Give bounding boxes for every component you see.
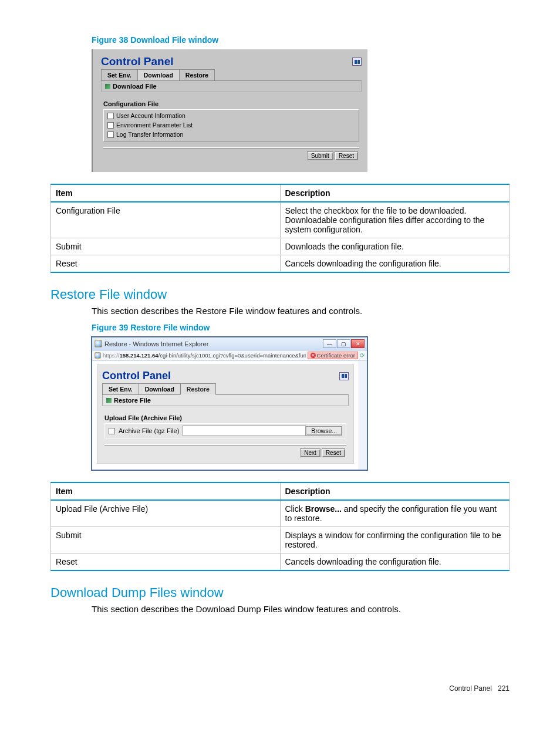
- table-row: Submit Downloads the configuration file.: [51, 238, 510, 255]
- refresh-icon[interactable]: ⟳: [360, 352, 365, 359]
- figure-38-screenshot: Control Panel Set Env. Download Restore …: [92, 49, 510, 172]
- archive-file-label: Archive File (tgz File): [119, 427, 179, 434]
- maximize-button[interactable]: ▢: [337, 339, 350, 348]
- next-button[interactable]: Next: [300, 448, 321, 457]
- tab-download[interactable]: Download: [137, 69, 180, 81]
- cell-desc: Click Browse... and specify the configur…: [280, 500, 510, 527]
- page-footer: Control Panel 221: [50, 684, 510, 693]
- url-path: /cgi-bin/utility/sjc1001.cgi?cvflg=0&use…: [158, 352, 306, 359]
- reset-button[interactable]: Reset: [322, 448, 345, 457]
- ie-icon: [95, 340, 102, 347]
- window-title: Restore - Windows Internet Explorer: [104, 340, 208, 347]
- table-restore-file: Item Description Upload File (Archive Fi…: [50, 482, 510, 571]
- cell-desc: Select the checkbox for the file to be d…: [280, 202, 510, 238]
- cell-desc: Cancels downloading the configuration fi…: [280, 553, 510, 571]
- submit-button[interactable]: Submit: [307, 151, 333, 160]
- tab-restore[interactable]: Restore: [179, 69, 215, 81]
- tab-set-env[interactable]: Set Env.: [101, 69, 138, 81]
- page-icon: [95, 352, 101, 359]
- url-host: 158.214.121.64: [120, 352, 158, 359]
- cell-desc: Downloads the configuration file.: [280, 238, 510, 255]
- table-row: Submit Displays a window for confirming …: [51, 527, 510, 553]
- close-button[interactable]: ✕: [351, 339, 365, 348]
- intro-download-dump: This section describes the Download Dump…: [92, 604, 510, 614]
- footer-section: Control Panel: [449, 684, 492, 693]
- th-item: Item: [51, 482, 281, 500]
- scrollbar[interactable]: [359, 361, 367, 470]
- heading-restore-file: Restore File window: [50, 287, 510, 302]
- table-row: Upload File (Archive File) Click Browse.…: [51, 500, 510, 527]
- cert-error-label: Certificate error: [317, 352, 355, 359]
- cell-desc: Cancels downloading the configuration fi…: [280, 255, 510, 273]
- current-tab-label: Restore File: [114, 397, 151, 404]
- table-row: Reset Cancels downloading the configurat…: [51, 255, 510, 273]
- cell-item: Submit: [51, 238, 281, 255]
- th-description: Description: [280, 184, 510, 202]
- cell-desc: Displays a window for confirming the con…: [280, 527, 510, 553]
- figure-38-caption: Figure 38 Download File window: [92, 35, 510, 45]
- figure-39-caption: Figure 39 Restore File window: [92, 323, 510, 332]
- th-item: Item: [51, 184, 281, 202]
- cell-item: Configuration File: [51, 202, 281, 238]
- tabs: Set Env. Download Restore: [101, 69, 362, 81]
- cell-item: Reset: [51, 553, 281, 571]
- upload-file-group-title: Upload File (Archive File): [104, 414, 346, 421]
- help-icon[interactable]: [339, 372, 349, 380]
- certificate-error-badge[interactable]: ✕Certificate error: [308, 352, 358, 359]
- minimize-button[interactable]: —: [323, 339, 336, 348]
- checkbox-log-transfer-input[interactable]: [107, 131, 114, 138]
- checkbox-env-param[interactable]: Environment Parameter List: [107, 121, 355, 130]
- file-path-input[interactable]: [183, 426, 306, 436]
- table-row: Configuration File Select the checkbox f…: [51, 202, 510, 238]
- control-panel-title: Control Panel: [101, 55, 174, 68]
- cert-error-icon: ✕: [311, 353, 316, 358]
- checkbox-user-account[interactable]: User Account Information: [107, 112, 355, 121]
- config-file-group-title: Configuration File: [103, 100, 359, 107]
- cell-item: Reset: [51, 255, 281, 273]
- heading-download-dump: Download Dump Files window: [50, 585, 510, 600]
- reset-button[interactable]: Reset: [335, 151, 358, 160]
- cell-item: Upload File (Archive File): [51, 500, 281, 527]
- footer-page-number: 221: [498, 684, 510, 693]
- tab-restore[interactable]: Restore: [180, 383, 216, 395]
- checkbox-env-param-label: Environment Parameter List: [116, 121, 193, 130]
- tab-download[interactable]: Download: [139, 383, 181, 395]
- tab-set-env[interactable]: Set Env.: [102, 383, 139, 395]
- tab-indicator-icon: [106, 398, 112, 403]
- archive-file-checkbox[interactable]: [109, 428, 115, 434]
- tab-indicator-icon: [105, 84, 110, 89]
- table-download-file: Item Description Configuration File Sele…: [50, 184, 510, 273]
- control-panel-title: Control Panel: [102, 370, 171, 382]
- help-icon[interactable]: [352, 58, 362, 66]
- intro-restore-file: This section describes the Restore File …: [92, 306, 510, 316]
- address-bar[interactable]: https://158.214.121.64/cgi-bin/utility/s…: [92, 350, 367, 361]
- url-protocol: https://: [103, 352, 120, 359]
- figure-39-screenshot: Restore - Windows Internet Explorer — ▢ …: [92, 337, 510, 470]
- current-tab-label: Download File: [113, 83, 157, 90]
- cell-item: Submit: [51, 527, 281, 553]
- checkbox-user-account-input[interactable]: [107, 113, 114, 119]
- checkbox-log-transfer-label: Log Transfer Information: [116, 130, 183, 140]
- th-description: Description: [280, 482, 510, 500]
- checkbox-log-transfer[interactable]: Log Transfer Information: [107, 130, 355, 140]
- checkbox-env-param-input[interactable]: [107, 122, 114, 129]
- checkbox-user-account-label: User Account Information: [116, 112, 185, 121]
- table-row: Reset Cancels downloading the configurat…: [51, 553, 510, 571]
- browse-button[interactable]: Browse...: [306, 426, 342, 436]
